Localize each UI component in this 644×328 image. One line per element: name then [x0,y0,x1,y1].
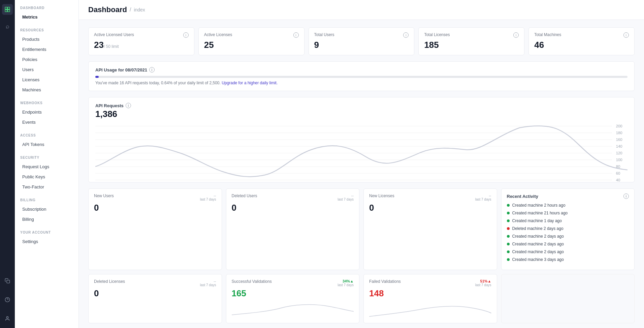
activity-item-5: Created machine 2 days ago [507,242,629,246]
activity-text-1: Created machine 21 hours ago [512,211,568,215]
sidebar-item-request-logs[interactable]: Request Logs [17,162,76,172]
new-licenses-card: New Licenses -- last 7 days 0 [363,188,497,270]
api-usage-upgrade-link[interactable]: Upgrade for a higher daily limit. [222,81,278,85]
stat-value-4: 46 [534,40,629,50]
recent-activity-info-icon[interactable]: i [623,193,629,199]
deleted-licenses-title: Deleted Licenses [94,279,125,284]
failed-validations-value: 148 [369,288,491,299]
svg-text:160: 160 [616,138,622,142]
sidebar-item-policies[interactable]: Policies [17,55,76,64]
api-usage-info-icon[interactable]: i [149,67,155,72]
page-header: Dashboard / index [79,0,644,20]
new-licenses-dash: -- [475,193,491,198]
sidebar-item-billing[interactable]: Billing [17,214,76,224]
sidebar-section-access: ACCESS API Tokens [15,127,78,150]
sidebar-label-dashboard: DASHBOARD [15,0,78,12]
svg-text:60: 60 [616,172,620,175]
activity-item-0: Created machine 2 hours ago [507,203,629,208]
activity-text-2: Created machine 1 day ago [512,218,562,223]
stat-title-1: Active Licenses [204,32,232,37]
sidebar-item-endpoints[interactable]: Endpoints [17,107,76,117]
sidebar-label-account: YOUR ACCOUNT [15,225,78,236]
sidebar-item-metrics[interactable]: Metrics [17,12,76,22]
svg-text:180: 180 [616,131,622,135]
sidebar-item-events[interactable]: Events [17,117,76,127]
successful-validations-period: last 7 days [337,283,354,287]
deleted-licenses-dash: -- [200,279,216,283]
activity-text-4: Created machine 2 days ago [512,234,564,239]
activity-dot-3 [507,227,510,230]
stats-row: Active Licensed Users i 23/ 50 limit Act… [88,27,635,55]
svg-text:80: 80 [616,165,620,169]
sidebar-item-subscription[interactable]: Subscription [17,204,76,214]
placeholder-card [501,274,635,323]
activity-dot-1 [507,212,510,214]
info-icon-4[interactable]: i [623,32,629,38]
activity-text-6: Created machine 2 days ago [512,249,564,254]
svg-text:140: 140 [616,145,622,148]
chart-info-icon[interactable]: i [126,103,131,108]
activity-item-3: Deleted machine 2 days ago [507,226,629,231]
api-usage-title-row: API Usage for 08/07/2021 i [95,67,627,72]
api-usage-text: You've made 16 API requests today, 0.64%… [95,81,627,85]
activity-item-4: Created machine 2 days ago [507,234,629,239]
search-nav-icon[interactable]: ⌕ [2,21,13,32]
sidebar: DASHBOARD Metrics RESOURCES Products Ent… [15,0,79,328]
info-icon-1[interactable]: i [293,32,299,38]
info-icon-2[interactable]: i [403,32,409,38]
stat-value-2: 9 [314,40,409,50]
activity-item-7: Created machine 3 days ago [507,257,629,262]
sidebar-label-access: ACCESS [15,127,78,139]
svg-text:120: 120 [616,151,622,155]
failed-validations-period: last 7 days [475,283,491,287]
chart-title-text: API Requests [95,103,124,108]
sidebar-item-settings[interactable]: Settings [17,237,76,246]
successful-validations-value: 165 [232,288,354,299]
copy-nav-icon[interactable] [2,275,13,286]
activity-text-5: Created machine 2 days ago [512,242,564,246]
info-icon-0[interactable]: i [183,32,189,38]
activity-dot-5 [507,243,510,245]
deleted-users-dash: -- [337,193,354,198]
sidebar-item-licenses[interactable]: Licenses [17,75,76,85]
stat-value-1: 25 [204,40,299,50]
stat-title-3: Total Licenses [424,32,450,37]
api-usage-title-text: API Usage for 08/07/2021 [95,67,147,72]
sidebar-section-resources: RESOURCES Products Entitlements Policies… [15,22,78,95]
dashboard-nav-icon[interactable] [2,4,13,15]
icon-rail: ⌕ [0,0,15,328]
chart-value: 1,386 [95,109,627,119]
page-title: Dashboard [88,5,127,14]
sidebar-item-users[interactable]: Users [17,65,76,74]
sidebar-item-machines[interactable]: Machines [17,85,76,95]
deleted-licenses-value: 0 [94,288,216,299]
sidebar-section-account: YOUR ACCOUNT Settings [15,225,78,247]
sidebar-item-entitlements[interactable]: Entitlements [17,44,76,54]
failed-validations-chart [369,301,491,318]
chart-svg-area: 200 180 160 140 120 100 80 60 40 20 7/25… [95,123,627,177]
api-requests-svg: 200 180 160 140 120 100 80 60 40 20 7/25… [95,123,627,182]
api-requests-chart-card: API Requests i 1,386 [88,97,635,182]
activity-dot-4 [507,235,510,238]
stat-card-total-licenses: Total Licenses i 185 [418,27,524,55]
api-usage-progress-bg [95,76,627,78]
sidebar-item-public-keys[interactable]: Public Keys [17,172,76,182]
info-icon-3[interactable]: i [513,32,519,38]
sidebar-item-products[interactable]: Products [17,34,76,44]
failed-validations-card: Failed Validations 51%▲ last 7 days 148 [363,274,497,323]
recent-activity-card: Recent Activity i Created machine 2 hour… [501,188,635,270]
stat-card-total-users: Total Users i 9 [309,27,415,55]
recent-activity-title-row: Recent Activity i [507,193,629,199]
svg-point-2 [6,317,8,318]
new-licenses-value: 0 [369,203,491,213]
sidebar-section-webhooks: WEBHOOKS Endpoints Events [15,95,78,127]
chart-title-row: API Requests i [95,103,627,108]
help-nav-icon[interactable] [2,294,13,305]
sidebar-item-two-factor[interactable]: Two-Factor [17,182,76,192]
user-nav-icon[interactable] [2,313,13,324]
new-users-period: last 7 days [200,198,216,201]
sidebar-item-api-tokens[interactable]: API Tokens [17,140,76,149]
activity-text-3: Deleted machine 2 days ago [512,226,564,231]
new-licenses-title: New Licenses [369,193,394,198]
sidebar-section-billing: BILLING Subscription Billing [15,192,78,225]
